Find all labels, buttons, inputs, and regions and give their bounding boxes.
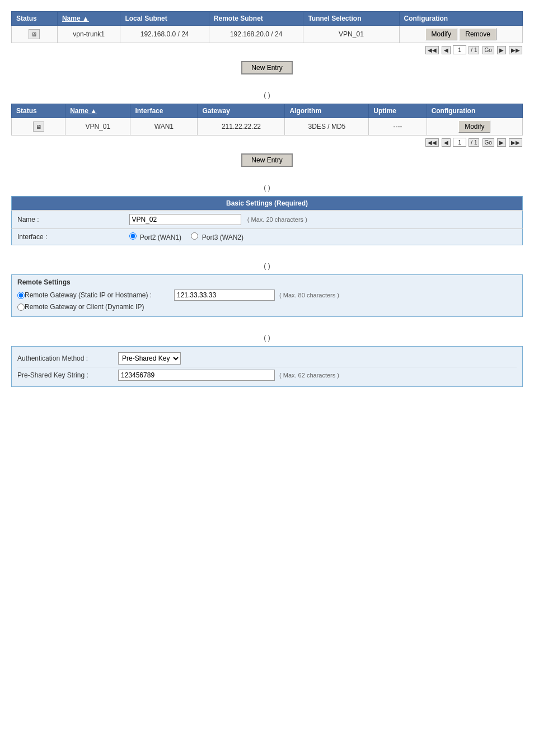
name-cell: vpn-trunk1 <box>57 26 120 43</box>
remote-subnet-cell: 192.168.20.0 / 24 <box>209 26 303 43</box>
basic-settings-heading: ( ) <box>11 184 523 192</box>
new-entry-button-2[interactable]: New Entry <box>241 153 292 167</box>
go-btn[interactable]: Go <box>483 46 494 54</box>
radio-static[interactable] <box>17 292 25 299</box>
page-of: / 1 <box>469 46 479 54</box>
tcol-uptime: Uptime <box>369 104 427 118</box>
static-gateway-label[interactable]: Remote Gateway (Static IP or Hostname) : <box>17 291 174 299</box>
basic-settings-section: ( ) Basic Settings (Required) Name : ( M… <box>11 184 523 245</box>
t-page-of: / 1 <box>469 138 479 147</box>
first-page-btn[interactable]: ◀◀ <box>425 46 439 54</box>
remote-settings-block: Remote Settings Remote Gateway (Static I… <box>11 274 523 317</box>
new-entry-row-1: New Entry <box>11 61 523 74</box>
name-value-cell: ( Max. 20 characters ) <box>124 211 523 229</box>
vpn-policy-table: Status Name ▲ Local Subnet Remote Subnet… <box>11 11 523 43</box>
t-next-page-btn[interactable]: ▶ <box>497 138 506 147</box>
dynamic-label-text: Remote Gateway or Client (Dynamic IP) <box>25 303 144 311</box>
remote-settings-title: Remote Settings <box>17 278 517 286</box>
static-gateway-row: Remote Gateway (Static IP or Hostname) :… <box>17 290 517 301</box>
psk-label: Pre-Shared Key String : <box>17 371 118 379</box>
status-icon: 🖥 <box>29 29 40 39</box>
tcol-configuration: Configuration <box>427 104 522 118</box>
interface-option-port3[interactable]: Port3 (WAN2) <box>191 234 243 241</box>
tuptime-cell: ---- <box>369 118 427 136</box>
tcol-algorithm: Algorithm <box>285 104 369 118</box>
interface-option-port2[interactable]: Port2 (WAN1) <box>129 234 184 241</box>
radio-port3-label: Port3 (WAN2) <box>202 234 243 241</box>
next-page-btn[interactable]: ▶ <box>497 46 506 54</box>
psk-hint: ( Max. 62 characters ) <box>279 372 339 379</box>
static-gateway-input[interactable] <box>174 290 275 301</box>
col-configuration: Configuration <box>399 12 522 26</box>
name-hint: ( Max. 20 characters ) <box>247 216 307 223</box>
talgorithm-cell: 3DES / MD5 <box>285 118 369 136</box>
tcol-status: Status <box>12 104 65 118</box>
radio-port2-label: Port2 (WAN1) <box>140 234 181 241</box>
table-row: 🖥 VPN_01 WAN1 211.22.22.22 3DES / MD5 --… <box>12 118 523 136</box>
radio-port2[interactable] <box>129 232 137 240</box>
pagination-1: ◀◀ ◀ / 1 Go ▶ ▶▶ <box>11 45 523 54</box>
tcol-gateway: Gateway <box>198 104 285 118</box>
static-hint: ( Max. 80 characters ) <box>279 292 339 298</box>
tname-cell: VPN_01 <box>65 118 130 136</box>
basic-settings-table: Basic Settings (Required) Name : ( Max. … <box>11 196 523 245</box>
remote-settings-section: ( ) Remote Settings Remote Gateway (Stat… <box>11 262 523 317</box>
vpn-tunnel-table: Status Name ▲ Interface Gateway Algorith… <box>11 104 523 136</box>
auth-method-select[interactable]: Pre-Shared Key Certificate <box>118 352 181 365</box>
col-local-subnet: Local Subnet <box>120 12 209 26</box>
col-remote-subnet: Remote Subnet <box>209 12 303 26</box>
remote-settings-heading: ( ) <box>11 262 523 270</box>
name-label: Name : <box>12 211 124 229</box>
tunnel-modify-button[interactable]: Modify <box>458 120 490 133</box>
psk-row: Pre-Shared Key String : ( Max. 62 charac… <box>17 367 517 383</box>
prev-page-btn[interactable]: ◀ <box>442 46 451 54</box>
local-subnet-cell: 192.168.0.0 / 24 <box>120 26 209 43</box>
t-prev-page-btn[interactable]: ◀ <box>442 138 451 147</box>
col-name[interactable]: Name ▲ <box>57 12 120 26</box>
interface-options-cell: Port2 (WAN1) Port3 (WAN2) <box>124 229 523 245</box>
tcol-interface: Interface <box>130 104 198 118</box>
auth-method-label: Authentication Method : <box>17 354 118 362</box>
tconfig-cell: Modify <box>427 118 522 136</box>
new-entry-row-2: New Entry <box>11 153 523 167</box>
t-page-input[interactable] <box>453 138 466 147</box>
t-first-page-btn[interactable]: ◀◀ <box>425 138 439 147</box>
auth-method-row: Authentication Method : Pre-Shared Key C… <box>17 350 517 367</box>
dynamic-gateway-row: Remote Gateway or Client (Dynamic IP) <box>17 303 517 311</box>
pagination-2: ◀◀ ◀ / 1 Go ▶ ▶▶ <box>11 138 523 147</box>
psk-input[interactable] <box>118 370 275 381</box>
remove-button[interactable]: Remove <box>459 28 496 40</box>
status-cell: 🖥 <box>12 26 58 43</box>
radio-dynamic[interactable] <box>17 304 25 311</box>
basic-settings-title: Basic Settings (Required) <box>12 197 523 211</box>
config-cell: Modify Remove <box>399 26 522 43</box>
tunnel-section-heading: ( ) <box>11 91 523 99</box>
tcol-name[interactable]: Name ▲ <box>65 104 130 118</box>
name-input[interactable] <box>129 214 241 225</box>
table-row: 🖥 vpn-trunk1 192.168.0.0 / 24 192.168.20… <box>12 26 523 43</box>
tinterface-cell: WAN1 <box>130 118 198 136</box>
tgateway-cell: 211.22.22.22 <box>198 118 285 136</box>
interface-label: Interface : <box>12 229 124 245</box>
modify-button[interactable]: Modify <box>425 28 457 40</box>
dynamic-gateway-label[interactable]: Remote Gateway or Client (Dynamic IP) <box>17 303 174 311</box>
last-page-btn[interactable]: ▶▶ <box>509 46 522 54</box>
t-go-btn[interactable]: Go <box>483 138 494 147</box>
col-status: Status <box>12 12 58 26</box>
vpn-policy-section: Status Name ▲ Local Subnet Remote Subnet… <box>11 11 523 74</box>
tunnel-status-icon: 🖥 <box>33 122 44 132</box>
new-entry-button-1[interactable]: New Entry <box>241 61 292 74</box>
tunnel-selection-cell: VPN_01 <box>303 26 399 43</box>
col-tunnel-selection: Tunnel Selection <box>303 12 399 26</box>
vpn-tunnel-section: ( ) Status Name ▲ Interface Gateway Algo… <box>11 91 523 167</box>
auth-settings-section: ( ) Authentication Method : Pre-Shared K… <box>11 334 523 387</box>
tstatus-cell: 🖥 <box>12 118 65 136</box>
static-label-text: Remote Gateway (Static IP or Hostname) : <box>25 291 152 299</box>
auth-settings-block: Authentication Method : Pre-Shared Key C… <box>11 346 523 387</box>
auth-section-heading: ( ) <box>11 334 523 342</box>
page-input[interactable] <box>453 45 466 54</box>
t-last-page-btn[interactable]: ▶▶ <box>509 138 522 147</box>
radio-port3[interactable] <box>191 232 198 240</box>
